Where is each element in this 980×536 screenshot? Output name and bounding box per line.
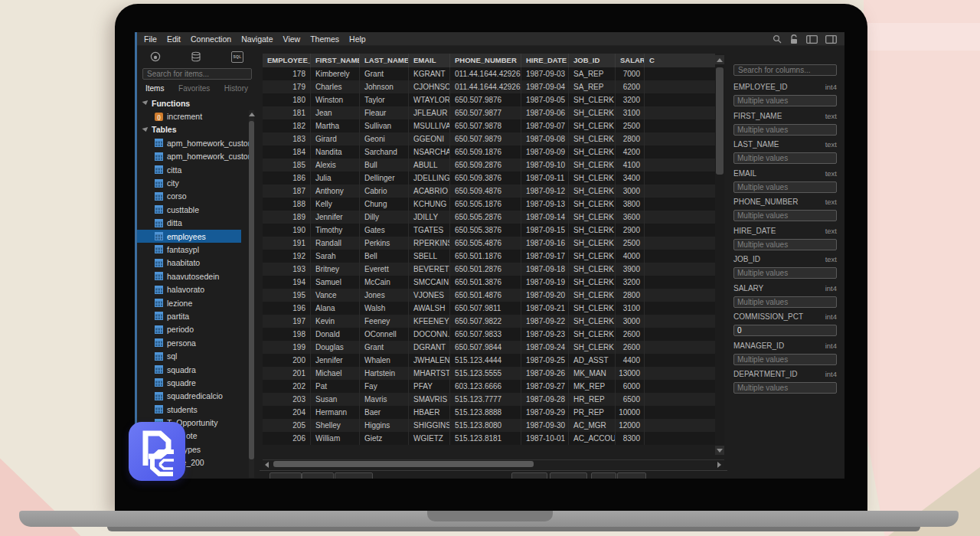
bottom-bar-button[interactable] <box>617 472 646 479</box>
sidebar-search-input[interactable] <box>142 68 252 80</box>
table-row[interactable]: 185AlexisBullABULL650.509.28761987-09-10… <box>263 159 715 172</box>
menu-item-help[interactable]: Help <box>349 34 366 44</box>
sidebar-item-apm_homework_custor[interactable]: apm_homework_custor <box>137 150 250 163</box>
toggle-left-panel-icon[interactable] <box>806 35 818 44</box>
table-row[interactable]: 193BritneyEverettBEVERETT650.501.2876198… <box>263 263 715 276</box>
menu-item-themes[interactable]: Themes <box>310 34 339 44</box>
table-row[interactable]: 200JenniferWhalenJWHALEN515.123.44441987… <box>263 354 715 367</box>
table-row[interactable]: 198DonaldOConnellDOCONN...650.507.983319… <box>263 328 715 341</box>
sidebar-item-increment[interactable]: () increment <box>137 109 250 123</box>
sidebar-item-haavutosedein[interactable]: haavutosedein <box>137 270 250 283</box>
column-header-first_name[interactable]: FIRST_NAME <box>311 54 360 67</box>
table-row[interactable]: 186JuliaDellingerJDELLING650.509.3876198… <box>263 172 715 185</box>
sql-editor-icon[interactable]: SQL <box>231 51 243 63</box>
table-row[interactable]: 199DouglasGrantDGRANT650.507.98441987-09… <box>263 341 715 354</box>
sidebar-item-persona[interactable]: persona <box>137 336 250 349</box>
bottom-bar-button[interactable] <box>591 472 616 479</box>
table-row[interactable]: 204HermannBaerHBAER515.123.88881987-09-2… <box>263 406 715 419</box>
column-header-job_id[interactable]: JOB_ID <box>569 54 616 67</box>
bottom-bar-button[interactable] <box>335 472 373 479</box>
table-row[interactable]: 183GirardGeoniGGEONI650.507.98791987-09-… <box>263 132 715 145</box>
connection-status-icon[interactable] <box>150 51 161 62</box>
sidebar-item-squadredicalcio[interactable]: squadredicalcio <box>137 390 250 403</box>
sidebar-scroll-up-icon[interactable] <box>249 113 255 116</box>
table-row[interactable]: 195VanceJonesVJONES650.501.48761987-09-2… <box>263 289 715 302</box>
table-row[interactable]: 192SarahBellSBELL650.501.18761987-09-17S… <box>263 250 715 263</box>
filter-input-salary[interactable] <box>733 296 837 308</box>
sidebar-item-sql[interactable]: sql <box>137 349 250 362</box>
sidebar-item-employees[interactable]: employees <box>137 230 241 243</box>
sidebar-item-halavorato[interactable]: halavorato <box>137 283 250 296</box>
grid-scroll-up-button[interactable] <box>715 55 724 64</box>
sidebar-item-corso[interactable]: corso <box>137 190 250 203</box>
tab-items[interactable]: Items <box>145 84 164 93</box>
table-row[interactable]: 187AnthonyCabrioACABRIO650.509.48761987-… <box>263 185 715 198</box>
column-header-phone_number[interactable]: PHONE_NUMBER <box>450 54 521 67</box>
database-icon[interactable] <box>191 51 201 62</box>
sidebar-item-custtable[interactable]: custtable <box>137 203 250 216</box>
filter-input-email[interactable] <box>733 181 837 193</box>
tree-section-functions[interactable]: Functions <box>137 96 250 109</box>
toggle-right-panel-icon[interactable] <box>825 35 837 44</box>
sidebar-item-students[interactable]: students <box>137 403 250 416</box>
filter-input-employee_id[interactable] <box>733 95 837 106</box>
sidebar-item-ditta[interactable]: ditta <box>137 217 250 230</box>
sidebar-item-city[interactable]: city <box>137 176 250 189</box>
table-row[interactable]: 197KevinFeeneyKFEENEY650.507.98221987-09… <box>263 315 715 328</box>
table-row[interactable]: 194SamuelMcCainSMCCAIN650.501.38761987-0… <box>263 276 715 289</box>
column-header-email[interactable]: EMAIL <box>409 54 450 67</box>
table-row[interactable]: 196AlanaWalshAWALSH650.507.98111987-09-2… <box>263 302 715 315</box>
tab-history[interactable]: History <box>224 84 248 93</box>
filter-search-input[interactable] <box>733 64 837 76</box>
bottom-bar-button[interactable] <box>302 472 334 479</box>
sidebar-item-squadra[interactable]: squadra <box>137 363 250 376</box>
sidebar-item-partita[interactable]: partita <box>137 309 250 322</box>
menu-item-connection[interactable]: Connection <box>191 34 231 44</box>
filter-input-phone_number[interactable] <box>733 210 837 221</box>
grid-scroll-right-icon[interactable] <box>717 462 721 468</box>
menu-item-file[interactable]: File <box>144 34 157 44</box>
collapse-arrow-icon[interactable] <box>142 127 149 132</box>
filter-input-first_name[interactable] <box>733 124 837 136</box>
filter-input-commission_pct[interactable] <box>733 325 837 336</box>
filter-input-job_id[interactable] <box>733 267 837 279</box>
table-row[interactable]: 188KellyChungKCHUNG650.505.18761987-09-1… <box>263 198 715 211</box>
search-icon[interactable] <box>773 34 782 44</box>
menu-item-view[interactable]: View <box>283 34 301 44</box>
table-row[interactable]: 180WinstonTaylorWTAYLOR650.507.98761987-… <box>263 93 715 106</box>
table-row[interactable]: 202PatFayPFAY603.123.66661987-09-27MK_RE… <box>263 380 715 393</box>
table-row[interactable]: 205ShelleyHigginsSHIGGINS515.123.8080198… <box>263 419 715 432</box>
sidebar-item-citta[interactable]: citta <box>137 163 250 176</box>
filter-input-manager_id[interactable] <box>733 354 837 365</box>
filter-input-department_id[interactable] <box>733 382 837 394</box>
grid-scroll-left-icon[interactable] <box>265 462 269 468</box>
table-row[interactable]: 191RandallPerkinsRPERKINS650.505.4876198… <box>263 237 715 250</box>
menu-item-navigate[interactable]: Navigate <box>241 34 273 44</box>
sidebar-item-fantasypl[interactable]: fantasypl <box>137 243 250 256</box>
tree-section-tables[interactable]: Tables <box>137 123 250 136</box>
column-header-salary[interactable]: SALARY <box>616 54 645 67</box>
grid-horizontal-scrollbar-thumb[interactable] <box>273 461 534 467</box>
filter-input-last_name[interactable] <box>733 152 837 164</box>
sidebar-scrollbar-thumb[interactable] <box>249 121 254 459</box>
grid-scroll-down-button[interactable] <box>715 446 724 455</box>
filter-input-hire_date[interactable] <box>733 239 837 250</box>
table-row[interactable]: 184NanditaSarchandNSARCHA...650.509.1876… <box>263 145 715 159</box>
table-row[interactable]: 190TimothyGatesTGATES650.505.38761987-09… <box>263 224 715 237</box>
sidebar-item-periodo[interactable]: periodo <box>137 323 250 336</box>
table-row[interactable]: 178KimberelyGrantKGRANT011.44.1644.42926… <box>263 67 715 80</box>
table-row[interactable]: 206WilliamGietzWGIETZ515.123.81811987-10… <box>263 432 715 445</box>
sidebar-item-lezione[interactable]: lezione <box>137 296 250 309</box>
lock-open-icon[interactable] <box>789 34 799 44</box>
table-row[interactable]: 201MichaelHartsteinMHARTSTE515.123.55551… <box>263 367 715 380</box>
tab-favorites[interactable]: Favorites <box>178 84 210 93</box>
column-header-c[interactable]: C <box>645 54 715 67</box>
table-row[interactable]: 179CharlesJohnsonCJOHNSON011.44.1644.429… <box>263 80 715 93</box>
sidebar-item-squadre[interactable]: squadre <box>137 376 250 389</box>
table-row[interactable]: 182MarthaSullivanMSULLIVA650.507.9878198… <box>263 119 715 132</box>
table-row[interactable]: 181JeanFleaurJFLEAUR650.507.98771987-09-… <box>263 106 715 119</box>
bottom-bar-button[interactable] <box>270 472 302 479</box>
column-header-last_name[interactable]: LAST_NAME <box>360 54 409 67</box>
column-header-employee_id[interactable]: EMPLOYEE_ID <box>263 54 311 67</box>
table-row[interactable]: 189JenniferDillyJDILLY650.505.28761987-0… <box>263 211 715 224</box>
